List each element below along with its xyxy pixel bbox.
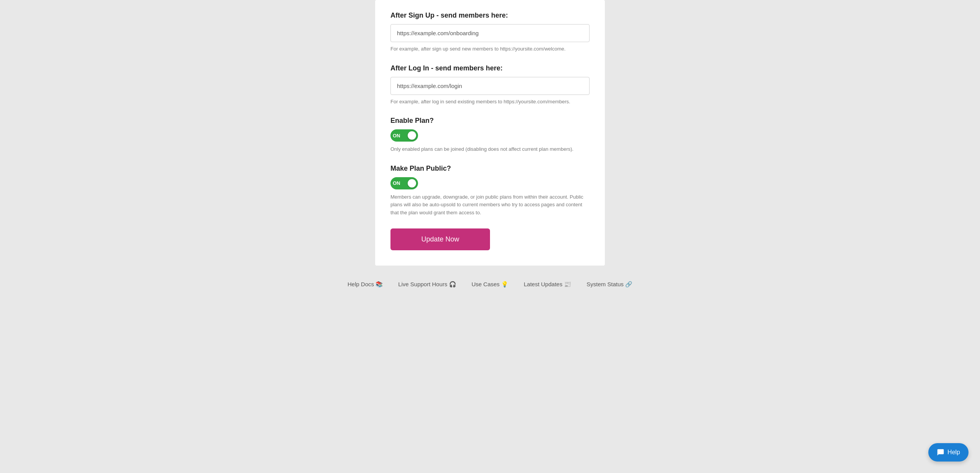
footer-use-cases-label: Use Cases 💡 (472, 281, 509, 288)
after-signup-title: After Sign Up - send members here: (390, 11, 590, 20)
footer-link-latest-updates[interactable]: Latest Updates 📰 (524, 281, 571, 288)
make-public-title: Make Plan Public? (390, 165, 590, 173)
after-login-hint: For example, after log in send existing … (390, 98, 590, 106)
after-login-title: After Log In - send members here: (390, 64, 590, 72)
enable-plan-section: Enable Plan? ON Only enabled plans can b… (390, 117, 590, 153)
footer: Help Docs 📚 Live Support Hours 🎧 Use Cas… (0, 273, 980, 295)
after-signup-section: After Sign Up - send members here: For e… (390, 11, 590, 53)
after-signup-input[interactable] (390, 24, 590, 42)
enable-plan-toggle-knob (408, 131, 416, 140)
make-public-toggle[interactable]: ON (390, 177, 418, 189)
after-login-section: After Log In - send members here: For ex… (390, 64, 590, 106)
help-button[interactable]: Help (928, 443, 969, 462)
after-login-input[interactable] (390, 77, 590, 95)
help-button-label: Help (947, 449, 960, 456)
make-public-hint: Members can upgrade, downgrade, or join … (390, 193, 590, 217)
update-now-button[interactable]: Update Now (390, 228, 490, 250)
enable-plan-toggle-label: ON (393, 133, 400, 139)
make-public-toggle-label: ON (393, 180, 400, 186)
footer-link-help-docs[interactable]: Help Docs 📚 (348, 281, 383, 288)
footer-help-docs-label: Help Docs 📚 (348, 281, 383, 288)
after-signup-hint: For example, after sign up send new memb… (390, 45, 590, 53)
footer-link-use-cases[interactable]: Use Cases 💡 (472, 281, 509, 288)
make-public-toggle-container: ON (390, 177, 590, 189)
page-wrapper: After Sign Up - send members here: For e… (0, 0, 980, 318)
enable-plan-toggle-container: ON (390, 129, 590, 142)
footer-live-support-label: Live Support Hours 🎧 (398, 281, 456, 288)
footer-link-live-support[interactable]: Live Support Hours 🎧 (398, 281, 456, 288)
settings-card: After Sign Up - send members here: For e… (375, 0, 605, 266)
footer-link-system-status[interactable]: System Status 🔗 (586, 281, 632, 288)
enable-plan-title: Enable Plan? (390, 117, 590, 125)
make-public-section: Make Plan Public? ON Members can upgrade… (390, 165, 590, 217)
footer-system-status-label: System Status 🔗 (586, 281, 632, 288)
enable-plan-hint: Only enabled plans can be joined (disabl… (390, 145, 590, 153)
enable-plan-toggle[interactable]: ON (390, 129, 418, 142)
make-public-toggle-knob (408, 179, 416, 188)
chat-icon (937, 449, 944, 456)
footer-latest-updates-label: Latest Updates 📰 (524, 281, 571, 288)
